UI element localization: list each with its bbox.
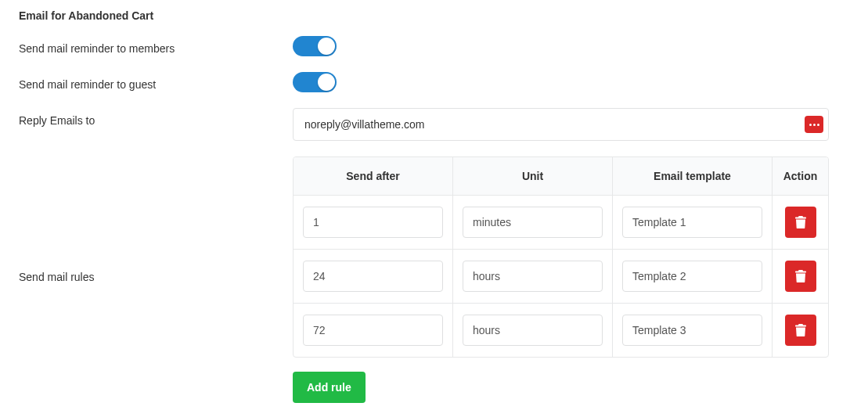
- add-rule-button[interactable]: Add rule: [293, 372, 366, 403]
- delete-rule-button[interactable]: [785, 315, 816, 346]
- ellipsis-icon: [809, 124, 819, 126]
- table-row: [294, 249, 828, 303]
- template-input[interactable]: [622, 207, 762, 238]
- th-unit: Unit: [453, 157, 613, 195]
- toggle-reminder-guest[interactable]: [293, 72, 337, 92]
- row-rules: Send mail rules Send after Unit Email te…: [19, 156, 849, 403]
- send-after-input[interactable]: [303, 261, 443, 292]
- th-send-after: Send after: [294, 157, 453, 195]
- send-after-input[interactable]: [303, 315, 443, 346]
- label-reminder-guest: Send mail reminder to guest: [19, 72, 293, 91]
- rules-table-head: Send after Unit Email template Action: [294, 157, 828, 195]
- send-after-input[interactable]: [303, 207, 443, 238]
- toggle-reminder-members[interactable]: [293, 36, 337, 56]
- row-reply-to: Reply Emails to: [19, 108, 849, 141]
- rules-table-body: [294, 195, 828, 357]
- trash-icon: [795, 324, 806, 336]
- label-rules: Send mail rules: [19, 156, 293, 283]
- label-reminder-members: Send mail reminder to members: [19, 36, 293, 55]
- table-row: [294, 195, 828, 249]
- section-title: Email for Abandoned Cart: [19, 9, 849, 22]
- trash-icon: [795, 270, 806, 282]
- unit-input[interactable]: [463, 261, 603, 292]
- reply-to-input[interactable]: [304, 118, 795, 131]
- th-template: Email template: [613, 157, 773, 195]
- unit-input[interactable]: [463, 315, 603, 346]
- label-reply-to: Reply Emails to: [19, 108, 293, 127]
- table-row: [294, 303, 828, 357]
- rules-table: Send after Unit Email template Action: [293, 156, 829, 358]
- trash-icon: [795, 216, 806, 228]
- template-input[interactable]: [622, 315, 762, 346]
- unit-input[interactable]: [463, 207, 603, 238]
- row-reminder-members: Send mail reminder to members: [19, 36, 849, 56]
- delete-rule-button[interactable]: [785, 207, 816, 238]
- template-input[interactable]: [622, 261, 762, 292]
- row-reminder-guest: Send mail reminder to guest: [19, 72, 849, 92]
- reply-to-more-button[interactable]: [805, 116, 823, 133]
- delete-rule-button[interactable]: [785, 261, 816, 292]
- th-action: Action: [773, 157, 828, 195]
- reply-to-input-wrap: [293, 108, 829, 141]
